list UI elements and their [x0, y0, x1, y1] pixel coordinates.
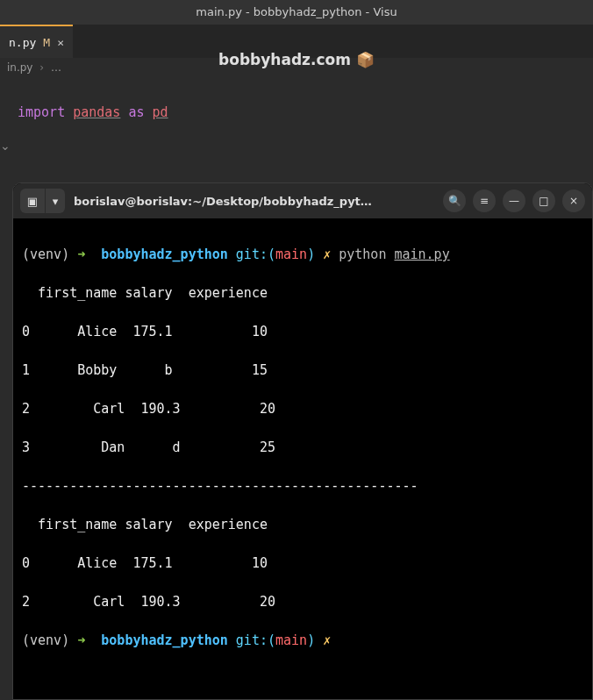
prompt-branch: main: [275, 246, 307, 262]
output-row: 2 Carl 190.3 20: [22, 399, 583, 418]
search-icon: 🔍: [448, 195, 461, 207]
tab-main-py[interactable]: n.py M ×: [0, 25, 73, 58]
terminal-window: ▣ ▾ borislav@borislav:~/Desktop/bobbyhad…: [12, 182, 593, 700]
window-title: main.py - bobbyhadz_python - Visu: [196, 5, 397, 18]
breadcrumb-file: in.py: [7, 61, 32, 74]
kw-as: as: [128, 104, 144, 120]
mod-pandas: pandas: [73, 104, 120, 120]
window-titlebar: main.py - bobbyhadz_python - Visu: [0, 0, 593, 25]
prompt-venv: (venv): [22, 246, 69, 262]
prompt-arrow-icon: ➜: [77, 246, 85, 262]
output-row: 3 Dan d 25: [22, 438, 583, 457]
prompt-venv: (venv): [22, 632, 69, 648]
chevron-icon: ›: [39, 61, 44, 74]
watermark-text: bobbyhadz.com: [218, 51, 351, 68]
newtab-icon: ▣: [27, 195, 38, 208]
kw-import: import: [18, 104, 65, 120]
new-tab-dropdown[interactable]: ▾: [46, 189, 65, 213]
fold-chevron-icon[interactable]: ⌄: [0, 139, 11, 153]
watermark: bobbyhadz.com 📦: [218, 51, 375, 68]
prompt-git-open: git:(: [236, 632, 275, 648]
minimize-button[interactable]: —: [503, 189, 525, 212]
menu-button[interactable]: ≡: [473, 189, 496, 212]
close-button[interactable]: ×: [562, 189, 585, 212]
terminal-titlebar: ▣ ▾ borislav@borislav:~/Desktop/bobbyhad…: [13, 183, 592, 218]
prompt-git-close: ): [307, 632, 315, 648]
prompt-dir: bobbyhadz_python: [101, 632, 228, 648]
prompt-arrow-icon: ➜: [77, 632, 85, 648]
output-header: first_name salary experience: [22, 283, 583, 303]
minimize-icon: —: [509, 195, 519, 207]
maximize-button[interactable]: □: [532, 189, 555, 212]
prompt-file: main.py: [394, 246, 449, 262]
maximize-icon: □: [539, 195, 548, 207]
prompt-branch: main: [275, 632, 307, 648]
close-icon: ×: [569, 195, 578, 207]
new-tab-button[interactable]: ▣: [20, 189, 45, 213]
modified-indicator: M: [43, 36, 50, 49]
prompt-git-open: git:(: [236, 246, 275, 262]
prompt-dirty-icon: ✗: [323, 632, 331, 648]
tab-filename: n.py: [9, 36, 36, 49]
close-icon[interactable]: ×: [57, 36, 64, 49]
terminal-body[interactable]: (venv) ➜ bobbyhadz_python git:(main) ✗ p…: [13, 218, 592, 699]
prompt-dir: bobbyhadz_python: [101, 246, 228, 262]
output-separator: ----------------------------------------…: [22, 476, 583, 496]
output-row: 0 Alice 175.1 10: [22, 554, 583, 573]
cube-icon: 📦: [356, 51, 375, 68]
terminal-title: borislav@borislav:~/Desktop/bobbyhadz_py…: [74, 195, 434, 208]
hamburger-icon: ≡: [480, 195, 489, 207]
output-row: 1 Bobby b 15: [22, 361, 583, 380]
output-row: 2 Carl 190.3 20: [22, 592, 583, 611]
alias-pd: pd: [153, 104, 168, 120]
prompt-git-close: ): [307, 246, 315, 262]
chevron-down-icon: ▾: [53, 195, 59, 208]
prompt-dirty-icon: ✗: [323, 246, 331, 262]
search-button[interactable]: 🔍: [443, 189, 466, 212]
breadcrumb-more: …: [51, 61, 61, 74]
prompt-cmd: python: [339, 246, 386, 262]
output-header: first_name salary experience: [22, 515, 583, 534]
output-row: 0 Alice 175.1 10: [22, 322, 583, 341]
